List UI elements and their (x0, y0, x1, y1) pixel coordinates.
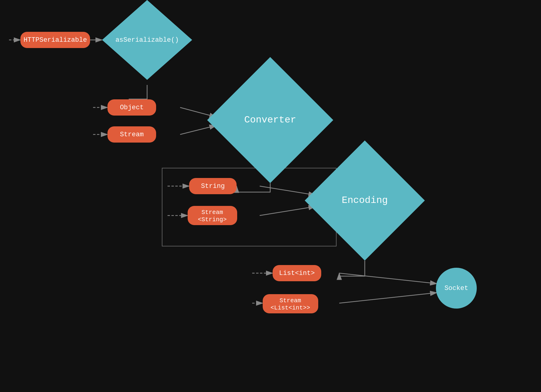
object-label: Object (120, 104, 144, 111)
arrow-streamstring-to-enc (260, 207, 315, 216)
stream-listint-label1: Stream (280, 297, 301, 304)
stream-listint-label2: <List<int>> (270, 304, 310, 311)
arrow-object-to-conv (180, 107, 216, 117)
encoding-label: Encoding (342, 195, 388, 206)
diagram-svg: HTTPSerializable asSerializable() Object… (0, 0, 541, 392)
http-serializable-label: HTTPSerializable (23, 36, 87, 44)
arrow-string-to-enc (260, 186, 315, 195)
stream-string-label1: Stream (201, 209, 223, 216)
as-serializable-label: asSerializable() (115, 36, 179, 44)
arrow-streamlistint-to-socket (339, 293, 437, 303)
arrow-conv-to-string (237, 183, 270, 192)
converter-label: Converter (244, 114, 296, 125)
arrow-stream-to-conv (180, 125, 216, 134)
stream-string-label2: <String> (198, 216, 227, 223)
listint-label: List<int> (279, 270, 315, 277)
arrow-listint-to-socket (339, 273, 437, 284)
stream-label-top: Stream (120, 131, 144, 138)
socket-label: Socket (444, 285, 468, 292)
string-label: String (201, 182, 225, 190)
